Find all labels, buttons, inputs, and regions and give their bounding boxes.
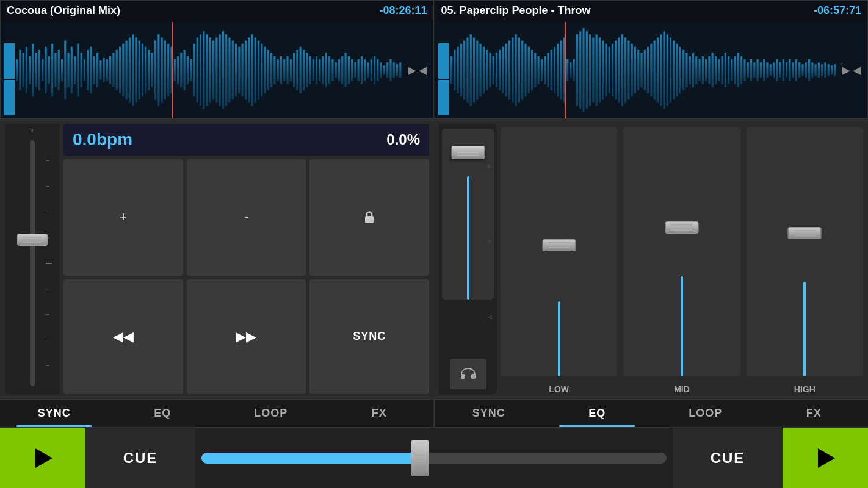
svg-rect-143 xyxy=(521,41,523,100)
crossfader-handle[interactable] xyxy=(411,440,429,476)
svg-rect-158 xyxy=(570,62,571,77)
svg-rect-111 xyxy=(374,56,375,84)
bpm-sync-button[interactable]: SYNC xyxy=(309,279,429,395)
svg-rect-81 xyxy=(277,59,279,81)
left-deck-controls: + xyxy=(0,119,434,399)
svg-rect-176 xyxy=(627,41,629,100)
left-play-button[interactable] xyxy=(0,428,85,488)
svg-rect-19 xyxy=(77,44,79,97)
svg-rect-181 xyxy=(643,50,645,90)
svg-rect-108 xyxy=(364,59,366,81)
waveform-section: Cocoua (Original Mix) -08:26:11 xyxy=(0,0,868,119)
svg-rect-3 xyxy=(26,47,27,93)
svg-rect-89 xyxy=(303,50,305,90)
crossfader-bar[interactable] xyxy=(195,428,673,488)
right-waveform-arrows[interactable]: ▶ ◀ xyxy=(842,63,861,77)
left-waveform-panel[interactable]: Cocoua (Original Mix) -08:26:11 xyxy=(0,0,434,119)
channel-fader-section: 6 0 -6 xyxy=(439,124,497,394)
svg-rect-133 xyxy=(489,53,491,87)
svg-rect-146 xyxy=(530,50,532,90)
crossfader-track[interactable] xyxy=(201,453,667,464)
svg-rect-175 xyxy=(624,37,626,102)
bpm-lock-button[interactable] xyxy=(309,159,429,276)
bpm-plus-button[interactable]: + xyxy=(63,159,183,276)
svg-rect-149 xyxy=(540,59,542,81)
right-cue-button[interactable]: CUE xyxy=(673,428,783,488)
svg-rect-91 xyxy=(309,56,311,84)
left-bpm-controls: 0.0bpm 0.0% + - ◀◀ ▶▶ SYNC xyxy=(63,124,429,394)
left-tab-sync[interactable]: SYNC xyxy=(0,400,109,427)
svg-rect-100 xyxy=(338,59,340,81)
headphone-icon xyxy=(458,365,478,382)
svg-rect-37 xyxy=(135,37,137,102)
svg-rect-14 xyxy=(61,59,63,81)
right-tab-sync[interactable]: SYNC xyxy=(435,400,543,427)
svg-rect-76 xyxy=(261,44,262,97)
svg-rect-123 xyxy=(457,47,458,93)
control-section: + xyxy=(0,119,868,399)
svg-rect-193 xyxy=(682,50,684,90)
lock-icon xyxy=(362,209,377,226)
left-arrow-back[interactable]: ◀ xyxy=(419,63,427,77)
svg-rect-138 xyxy=(505,44,507,97)
svg-rect-125 xyxy=(463,41,465,100)
svg-rect-159 xyxy=(573,59,574,81)
svg-rect-210 xyxy=(737,53,739,87)
left-waveform-arrows[interactable]: ▶ ◀ xyxy=(408,63,427,77)
right-tab-eq[interactable]: EQ xyxy=(543,400,652,427)
svg-rect-12 xyxy=(54,53,56,87)
svg-rect-233 xyxy=(811,62,813,77)
headphone-button[interactable] xyxy=(450,359,486,389)
right-arrow-forward[interactable]: ▶ xyxy=(842,63,850,77)
svg-rect-22 xyxy=(87,50,89,90)
right-waveform-svg xyxy=(450,22,837,118)
svg-rect-207 xyxy=(728,56,729,84)
svg-rect-43 xyxy=(154,41,156,100)
svg-rect-121 xyxy=(450,56,452,84)
svg-rect-172 xyxy=(615,41,617,100)
svg-marker-243 xyxy=(35,448,52,468)
svg-rect-49 xyxy=(174,59,176,81)
right-arrow-back[interactable]: ◀ xyxy=(853,63,861,77)
svg-rect-238 xyxy=(827,64,829,76)
right-tab-loop[interactable]: LOOP xyxy=(651,400,760,427)
left-tab-eq[interactable]: EQ xyxy=(109,400,217,427)
right-play-button[interactable] xyxy=(783,428,868,488)
svg-rect-127 xyxy=(469,34,471,106)
bpm-display: 0.0bpm 0.0% xyxy=(63,124,429,156)
svg-rect-183 xyxy=(650,44,652,97)
svg-rect-102 xyxy=(344,53,346,87)
svg-rect-212 xyxy=(743,59,745,81)
right-deck-tabs: SYNC EQ LOOP FX xyxy=(435,399,868,427)
left-pitch-label: + xyxy=(31,127,34,134)
svg-rect-227 xyxy=(792,62,794,77)
right-tab-fx[interactable]: FX xyxy=(760,400,869,427)
left-pitch-fader[interactable]: + xyxy=(5,124,60,394)
svg-rect-213 xyxy=(747,62,748,77)
svg-rect-124 xyxy=(460,44,461,97)
right-waveform-panel[interactable]: 05. Paperclip People - Throw -06:57:71 xyxy=(434,0,869,119)
svg-rect-67 xyxy=(232,41,234,100)
svg-rect-29 xyxy=(109,56,111,84)
forward-button[interactable]: ▶▶ xyxy=(187,279,306,395)
eq-mid-fader[interactable] xyxy=(623,127,740,376)
left-arrow-forward[interactable]: ▶ xyxy=(408,63,416,77)
rewind-button[interactable]: ◀◀ xyxy=(63,279,183,395)
svg-rect-240 xyxy=(834,64,836,76)
left-tab-loop[interactable]: LOOP xyxy=(217,400,325,427)
svg-rect-150 xyxy=(544,56,546,84)
bpm-minus-button[interactable]: - xyxy=(187,159,306,276)
svg-rect-64 xyxy=(222,31,224,109)
left-tab-fx[interactable]: FX xyxy=(325,400,434,427)
svg-rect-55 xyxy=(193,44,195,97)
svg-rect-157 xyxy=(566,59,568,81)
eq-high-label: HIGH xyxy=(794,384,816,394)
eq-low-fader[interactable] xyxy=(501,127,617,376)
svg-rect-196 xyxy=(692,53,693,87)
left-cue-button[interactable]: CUE xyxy=(85,428,195,488)
svg-rect-114 xyxy=(383,65,385,74)
svg-rect-36 xyxy=(132,34,134,106)
eq-high-fader[interactable] xyxy=(747,127,863,376)
svg-rect-160 xyxy=(576,34,577,106)
svg-rect-117 xyxy=(393,62,395,77)
